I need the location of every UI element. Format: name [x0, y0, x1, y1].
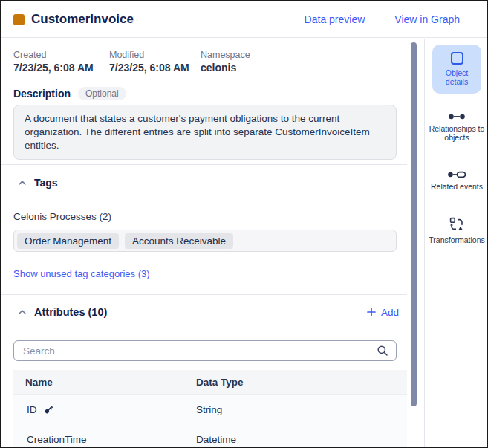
object-details-window: CustomerInvoice Data preview View in Gra… — [0, 0, 488, 448]
add-attribute-button[interactable]: Add — [367, 307, 399, 318]
sidebar-item-label: Transformations — [426, 236, 487, 244]
sidebar-item-transformations[interactable]: Transformations — [426, 217, 488, 244]
modified-label: Modified — [109, 49, 201, 61]
namespace-label: Namespace — [201, 49, 250, 61]
namespace-value: celonis — [201, 62, 250, 74]
tag-chip[interactable]: Order Management — [17, 233, 119, 249]
description-label: Description — [13, 88, 71, 100]
dot-link-pill-icon — [447, 171, 466, 178]
transform-cycle-icon — [449, 217, 464, 232]
created-value: 7/23/25, 6:08 AM — [13, 62, 109, 74]
optional-badge: Optional — [78, 87, 126, 100]
section-divider — [1, 164, 407, 165]
sidebar-item-label: Object details — [432, 68, 481, 86]
tags-section-header[interactable]: Tags — [13, 177, 425, 189]
right-sidebar: Object details Relationships to objects … — [426, 39, 488, 447]
attributes-table: Name Data Type ID — [13, 370, 407, 448]
header-actions: Data preview View in Graph — [305, 13, 460, 25]
column-header-name: Name — [13, 377, 196, 388]
attributes-section-header: Attributes (10) Add — [13, 306, 425, 318]
modified-value: 7/23/25, 6:08 AM — [109, 62, 201, 74]
sidebar-item-related-events[interactable]: Related events — [426, 171, 488, 191]
dot-link-dot-icon — [448, 113, 466, 120]
description-header: Description Optional — [13, 86, 425, 101]
square-outline-icon — [451, 52, 463, 65]
header: CustomerInvoice Data preview View in Gra… — [1, 1, 487, 38]
main-panel: Created 7/23/25, 6:08 AM Modified 7/23/2… — [1, 39, 425, 448]
column-header-data-type: Data Type — [196, 377, 407, 388]
primary-key-icon — [44, 404, 54, 415]
attribute-name: CreationTime — [27, 434, 87, 445]
attribute-data-type: Datetime — [196, 434, 407, 445]
metadata-row: Created 7/23/25, 6:08 AM Modified 7/23/2… — [13, 39, 425, 74]
data-preview-button[interactable]: Data preview — [305, 13, 365, 25]
attributes-section-title: Attributes (10) — [34, 306, 107, 318]
search-icon[interactable] — [377, 345, 388, 357]
attribute-search — [13, 340, 397, 361]
table-row[interactable]: CreationTime Datetime — [13, 424, 407, 448]
chevron-up-icon[interactable] — [18, 309, 27, 315]
attribute-name: ID — [27, 404, 37, 415]
description-box[interactable]: A document that states a customer's paym… — [13, 105, 397, 160]
attribute-data-type: String — [196, 404, 407, 415]
page-title: CustomerInvoice — [31, 12, 134, 27]
tag-category-label: Celonis Processes (2) — [13, 211, 425, 222]
sidebar-item-label: Related events — [428, 182, 486, 191]
object-type-icon — [13, 14, 25, 25]
tags-section-title: Tags — [34, 177, 58, 189]
sidebar-item-relationships-to-objects[interactable]: Relationships to objects — [426, 113, 488, 142]
namespace-field: Namespace celonis — [201, 49, 250, 74]
show-unused-tags-link[interactable]: Show unused tag categories (3) — [13, 268, 150, 279]
tag-chips-container[interactable]: Order Management Accounts Receivable — [13, 230, 397, 252]
sidebar-item-label: Relationships to objects — [426, 124, 488, 142]
modified-field: Modified 7/23/25, 6:08 AM — [109, 49, 201, 74]
plus-icon — [367, 308, 376, 316]
chevron-up-icon[interactable] — [18, 180, 27, 186]
view-in-graph-button[interactable]: View in Graph — [394, 13, 460, 25]
created-field: Created 7/23/25, 6:08 AM — [13, 49, 109, 74]
attributes-collapse-toggle[interactable]: Attributes (10) — [13, 306, 367, 318]
section-divider — [1, 294, 407, 295]
vertical-scrollbar-thumb[interactable] — [411, 42, 417, 406]
add-button-label: Add — [381, 307, 399, 318]
tag-chip[interactable]: Accounts Receivable — [125, 233, 233, 249]
table-row[interactable]: ID String — [13, 395, 407, 424]
attributes-table-header: Name Data Type — [13, 370, 407, 395]
sidebar-item-object-details[interactable]: Object details — [432, 45, 481, 94]
search-input[interactable] — [23, 345, 377, 357]
panel-divider — [424, 39, 425, 447]
created-label: Created — [13, 49, 109, 61]
